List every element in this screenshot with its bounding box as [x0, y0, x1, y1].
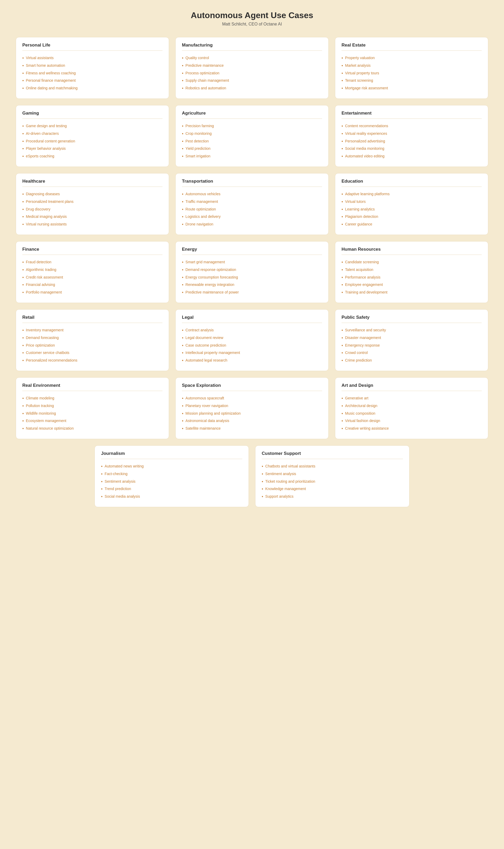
category-card-human-resources: Human ResourcesCandidate screeningTalent…: [335, 241, 488, 303]
category-list-journalism: Automated news writingFact-checkingSenti…: [101, 463, 242, 501]
list-item: Surveillance and security: [342, 327, 482, 334]
grid-row-3: HealthcareDiagnosing diseasesPersonalize…: [16, 173, 488, 235]
category-list-energy: Smart grid managementDemand response opt…: [182, 259, 322, 296]
list-item: Wildlife monitoring: [22, 410, 162, 418]
category-card-real-environment: Real EnvironmentClimate modelingPollutio…: [16, 377, 169, 439]
list-item: Knowledge management: [262, 485, 403, 493]
list-item: Yield prediction: [182, 145, 322, 153]
category-title-personal-life: Personal Life: [22, 42, 162, 51]
list-item: Creative writing assistance: [342, 425, 482, 433]
list-item: Satellite maintenance: [182, 425, 322, 433]
category-title-gaming: Gaming: [22, 110, 162, 119]
list-item: Drone navigation: [182, 221, 322, 228]
list-item: Personalized treatment plans: [22, 198, 162, 206]
category-title-energy: Energy: [182, 247, 322, 255]
list-item: Social media analysis: [101, 493, 242, 501]
list-item: Smart home automation: [22, 62, 162, 70]
list-item: Chatbots and virtual assistants: [262, 463, 403, 470]
list-item: Architectural design: [342, 402, 482, 410]
category-title-entertainment: Entertainment: [342, 110, 482, 119]
category-card-gaming: GamingGame design and testingAI-driven c…: [16, 105, 169, 167]
list-item: Fact-checking: [101, 470, 242, 478]
list-item: Drug discovery: [22, 206, 162, 213]
list-item: Inventory management: [22, 327, 162, 334]
list-item: Generative art: [342, 395, 482, 402]
list-item: Energy consumption forecasting: [182, 274, 322, 281]
list-item: Virtual assistants: [22, 54, 162, 62]
category-title-human-resources: Human Resources: [342, 247, 482, 255]
category-card-real-estate: Real EstateProperty valuationMarket anal…: [335, 37, 488, 99]
category-card-energy: EnergySmart grid managementDemand respon…: [175, 241, 329, 303]
list-item: Route optimization: [182, 206, 322, 213]
list-item: Pest detection: [182, 138, 322, 145]
category-card-retail: RetailInventory managementDemand forecas…: [16, 309, 169, 371]
category-title-journalism: Journalism: [101, 451, 242, 459]
list-item: Player behavior analysis: [22, 145, 162, 153]
category-list-healthcare: Diagnosing diseasesPersonalized treatmen…: [22, 191, 162, 228]
list-item: Medical imaging analysis: [22, 213, 162, 221]
list-item: Personalized recommendations: [22, 357, 162, 364]
category-title-real-estate: Real Estate: [342, 42, 482, 51]
list-item: Credit risk assessment: [22, 274, 162, 281]
category-list-space-exploration: Autonomous spacecraftPlanetary rover nav…: [182, 395, 322, 433]
page-title: Autonomous Agent Use Cases: [16, 11, 488, 20]
list-item: Renewable energy integration: [182, 281, 322, 289]
list-item: Career guidance: [342, 221, 482, 228]
category-title-public-safety: Public Safety: [342, 315, 482, 323]
list-item: Predictive maintenance: [182, 62, 322, 70]
list-item: Fraud detection: [22, 259, 162, 266]
category-card-public-safety: Public SafetySurveillance and securityDi…: [335, 309, 488, 371]
list-item: Smart irrigation: [182, 153, 322, 160]
list-item: Automated video editing: [342, 153, 482, 160]
category-title-finance: Finance: [22, 247, 162, 255]
grid-row-6: Real EnvironmentClimate modelingPollutio…: [16, 377, 488, 439]
page-header: Autonomous Agent Use Cases Matt Schlicht…: [16, 11, 488, 27]
category-card-agriculture: AgriculturePrecision farmingCrop monitor…: [175, 105, 329, 167]
list-item: Virtual tutors: [342, 198, 482, 206]
list-item: Training and development: [342, 289, 482, 296]
main-grid: Personal LifeVirtual assistantsSmart hom…: [16, 37, 488, 507]
list-item: Mission planning and optimization: [182, 410, 322, 418]
list-item: Virtual fashion design: [342, 417, 482, 425]
category-list-real-environment: Climate modelingPollution trackingWildli…: [22, 395, 162, 433]
list-item: Quality control: [182, 54, 322, 62]
list-item: Candidate screening: [342, 259, 482, 266]
list-item: Logistics and delivery: [182, 213, 322, 221]
list-item: Legal document review: [182, 334, 322, 342]
category-list-real-estate: Property valuationMarket analysisVirtual…: [342, 54, 482, 92]
category-card-healthcare: HealthcareDiagnosing diseasesPersonalize…: [16, 173, 169, 235]
grid-row-4: FinanceFraud detectionAlgorithmic tradin…: [16, 241, 488, 303]
category-list-entertainment: Content recommendationsVirtual reality e…: [342, 122, 482, 160]
category-title-healthcare: Healthcare: [22, 179, 162, 187]
list-item: Precision farming: [182, 122, 322, 130]
category-title-legal: Legal: [182, 315, 322, 323]
list-item: Mortgage risk assessment: [342, 85, 482, 92]
list-item: Portfolio management: [22, 289, 162, 296]
list-item: Learning analytics: [342, 206, 482, 213]
list-item: Smart grid management: [182, 259, 322, 266]
list-item: Supply chain management: [182, 77, 322, 85]
list-item: Planetary rover navigation: [182, 402, 322, 410]
category-card-finance: FinanceFraud detectionAlgorithmic tradin…: [16, 241, 169, 303]
list-item: Demand forecasting: [22, 334, 162, 342]
grid-row-7: JournalismAutomated news writingFact-che…: [94, 445, 410, 507]
category-card-education: EducationAdaptive learning platformsVirt…: [335, 173, 488, 235]
list-item: Adaptive learning platforms: [342, 191, 482, 198]
category-card-journalism: JournalismAutomated news writingFact-che…: [94, 445, 249, 507]
list-item: Disaster management: [342, 334, 482, 342]
list-item: Natural resource optimization: [22, 425, 162, 433]
category-card-space-exploration: Space ExplorationAutonomous spacecraftPl…: [175, 377, 329, 439]
list-item: Crowd control: [342, 349, 482, 357]
list-item: Autonomous vehicles: [182, 191, 322, 198]
category-list-gaming: Game design and testingAI-driven charact…: [22, 122, 162, 160]
list-item: Process optimization: [182, 70, 322, 77]
category-card-personal-life: Personal LifeVirtual assistantsSmart hom…: [16, 37, 169, 99]
list-item: Performance analysis: [342, 274, 482, 281]
list-item: Customer service chatbots: [22, 349, 162, 357]
grid-row-1: Personal LifeVirtual assistantsSmart hom…: [16, 37, 488, 99]
list-item: AI-driven characters: [22, 130, 162, 138]
list-item: Ecosystem management: [22, 417, 162, 425]
page-subtitle: Matt Schlicht, CEO of Octane AI: [16, 22, 488, 27]
list-item: Climate modeling: [22, 395, 162, 402]
list-item: Automated news writing: [101, 463, 242, 470]
